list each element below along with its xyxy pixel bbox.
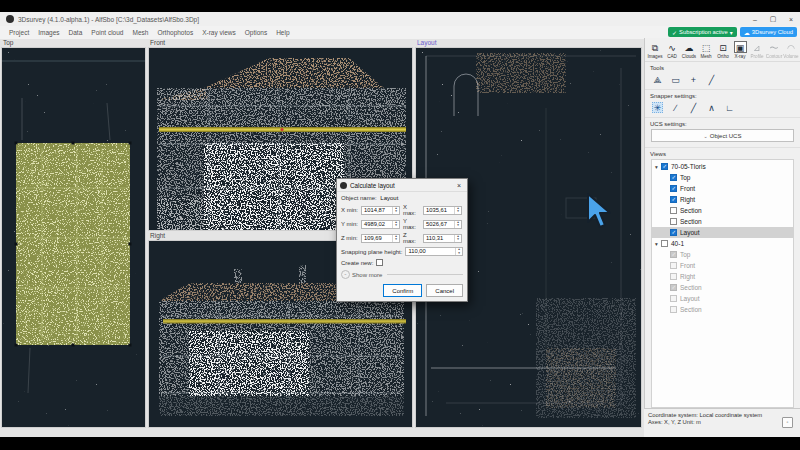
menu-items: ProjectImagesDataPoint cloudMeshOrthopho… (0, 29, 290, 36)
checkbox-icon[interactable] (670, 262, 677, 269)
checkbox-icon[interactable] (670, 196, 677, 203)
field-input-xmax[interactable]: 1035,61▲▼ (423, 206, 462, 215)
menu-item-mesh[interactable]: Mesh (132, 29, 148, 36)
spinner-icon[interactable]: ▲▼ (392, 207, 399, 214)
field-input-zmin[interactable]: 109,69▲▼ (361, 234, 400, 243)
viewport-top[interactable] (1, 47, 146, 428)
ribbon-tab-x-ray[interactable]: ▣X-ray (732, 41, 748, 59)
checkbox-icon[interactable] (661, 163, 668, 170)
dialog-title-bar[interactable]: Calculate layout × (337, 179, 467, 192)
letterbox-bottom (0, 437, 800, 450)
ribbon-tab-ortho[interactable]: ⊡Ortho (715, 41, 731, 59)
ribbon-tab-label: Images (647, 54, 662, 59)
profile-icon: ⊿ (751, 41, 764, 53)
menu-item-project[interactable]: Project (9, 29, 29, 36)
tree-item-front[interactable]: Front (652, 183, 793, 194)
snap-free-icon[interactable]: ✳ (652, 102, 663, 113)
create-new-checkbox[interactable] (376, 259, 383, 266)
ribbon-tab-label: X-ray (735, 54, 746, 59)
checkbox-icon[interactable] (670, 229, 677, 236)
snapping-label: Snapping plane height: (341, 249, 402, 255)
spinner-icon[interactable]: ▲▼ (454, 235, 461, 242)
status-bar: Coordinate system: Local coordinate syst… (644, 408, 800, 437)
checkbox-icon[interactable] (661, 240, 668, 247)
checkbox-icon[interactable] (670, 185, 677, 192)
divider (387, 274, 463, 275)
tree-item-section[interactable]: Section (652, 282, 793, 293)
tree-item-right[interactable]: Right (652, 271, 793, 282)
tree-item-40-1[interactable]: ▾40-1 (652, 238, 793, 249)
tree-item-label: 70-05-Tloris (671, 163, 706, 170)
field-input-ymin[interactable]: 4989,02▲▼ (361, 220, 400, 229)
ortho-icon: ⊡ (717, 41, 730, 53)
spinner-icon[interactable]: ▲▼ (454, 221, 461, 228)
checkbox-icon[interactable] (670, 218, 677, 225)
minimize-icon[interactable]: – (746, 13, 764, 26)
snapping-height-input[interactable]: 110,00 ▲▼ (405, 247, 463, 256)
snap-perpendicular-icon[interactable]: ∟ (724, 102, 735, 113)
menu-item-images[interactable]: Images (38, 29, 59, 36)
add-tool-icon[interactable]: + (688, 74, 699, 85)
subscription-active-button[interactable]: ✓ Subscription active ▾ (668, 27, 737, 37)
status-button-icon[interactable]: ▫ (782, 417, 793, 428)
expand-caret-icon[interactable]: ▾ (652, 241, 661, 247)
confirm-button[interactable]: Confirm (383, 284, 422, 297)
menu-item-orthophotos[interactable]: Orthophotos (157, 29, 193, 36)
tree-item-section[interactable]: Section (652, 205, 793, 216)
tree-item-section[interactable]: Section (652, 304, 793, 315)
show-more-row[interactable]: ⌄ Show more (341, 270, 463, 279)
menu-item-point-cloud[interactable]: Point cloud (91, 29, 123, 36)
contour-icon: 〜 (768, 41, 781, 53)
ribbon-tab-mesh[interactable]: ⬚Mesh (698, 41, 714, 59)
snap-point-icon[interactable]: ∕ (670, 102, 681, 113)
cancel-button[interactable]: Cancel (426, 284, 463, 297)
viewport-label-top: Top (3, 39, 13, 46)
snap-line-icon[interactable]: ╱ (688, 102, 699, 113)
tree-item-layout[interactable]: Layout (652, 227, 793, 238)
dialog-title: Calculate layout (350, 182, 454, 189)
snap-intersection-icon[interactable]: ∧ (706, 102, 717, 113)
close-icon[interactable]: × (782, 13, 800, 26)
checkbox-icon[interactable] (670, 251, 677, 258)
tree-item-top[interactable]: Top (652, 172, 793, 183)
views-tree: ▾70-05-TlorisTopFrontRightSectionSection… (651, 159, 794, 408)
field-input-xmin[interactable]: 1014,87▲▼ (361, 206, 400, 215)
ribbon-tab-label: Mesh (700, 54, 711, 59)
expand-caret-icon[interactable]: ▾ (652, 164, 661, 170)
field-input-ymax[interactable]: 5026,67▲▼ (423, 220, 462, 229)
tree-item-section[interactable]: Section (652, 216, 793, 227)
spinner-icon[interactable]: ▲▼ (454, 207, 461, 214)
object-name-value: Layout (380, 195, 398, 201)
field-input-zmax[interactable]: 110,31▲▼ (423, 234, 462, 243)
tree-item-front[interactable]: Front (652, 260, 793, 271)
menu-item-options[interactable]: Options (245, 29, 267, 36)
spinner-icon[interactable]: ▲▼ (455, 248, 462, 255)
spinner-icon[interactable]: ▲▼ (392, 235, 399, 242)
checkbox-icon[interactable] (670, 284, 677, 291)
ribbon-tab-cad[interactable]: ∿CAD (664, 41, 680, 59)
tree-item-layout[interactable]: Layout (652, 293, 793, 304)
checkbox-icon[interactable] (670, 295, 677, 302)
draw-line-tool-icon[interactable]: ╱ (706, 74, 717, 85)
tree-item-right[interactable]: Right (652, 194, 793, 205)
menu-item-x-ray-views[interactable]: X-ray views (202, 29, 236, 36)
dialog-close-icon[interactable]: × (454, 182, 464, 189)
menu-item-data[interactable]: Data (69, 29, 83, 36)
tree-item-label: Section (680, 207, 702, 214)
checkbox-icon[interactable] (670, 306, 677, 313)
ribbon-tab-clouds[interactable]: ☁Clouds (681, 41, 697, 59)
tree-item-70-05-tloris[interactable]: ▾70-05-Tloris (652, 161, 793, 172)
checkbox-icon[interactable] (670, 174, 677, 181)
ribbon-tab-images[interactable]: ⧉Images (647, 41, 663, 59)
checkbox-icon[interactable] (670, 273, 677, 280)
menu-item-help[interactable]: Help (276, 29, 289, 36)
spinner-icon[interactable]: ▲▼ (392, 221, 399, 228)
level-tool-icon[interactable]: ⟁ (652, 74, 663, 85)
tree-item-top[interactable]: Top (652, 249, 793, 260)
layout-plane-tool-icon[interactable]: ▭ (670, 74, 681, 85)
cloud-button[interactable]: ☁ 3Dsurvey Cloud (740, 27, 797, 37)
ucs-dropdown[interactable]: ⌄ Object UCS (651, 129, 794, 142)
maximize-icon[interactable]: ▢ (764, 13, 782, 26)
clouds-icon: ☁ (683, 41, 696, 53)
checkbox-icon[interactable] (670, 207, 677, 214)
